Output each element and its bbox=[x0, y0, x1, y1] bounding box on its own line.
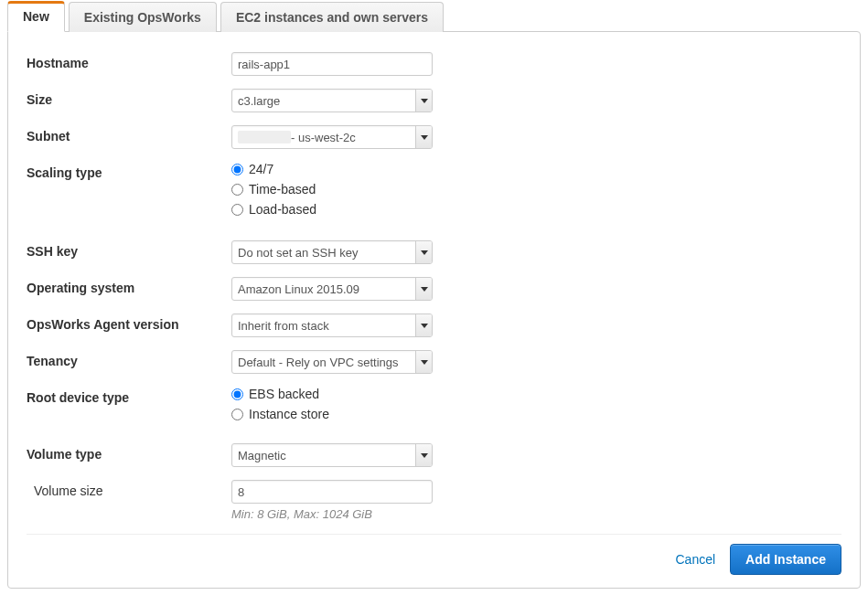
agent-value: Inherit from stack bbox=[232, 314, 415, 336]
scaling-247-radio[interactable] bbox=[231, 164, 243, 175]
actions-bar: Cancel Add Instance bbox=[27, 544, 841, 575]
root-instance-store-label: Instance store bbox=[249, 407, 329, 421]
subnet-label: Subnet bbox=[27, 125, 231, 143]
root-instance-store-radio[interactable] bbox=[231, 409, 243, 420]
scaling-type-label: Scaling type bbox=[27, 162, 231, 180]
volume-type-label: Volume type bbox=[27, 443, 231, 462]
scaling-247-label: 24/7 bbox=[249, 162, 273, 176]
size-value: c3.large bbox=[232, 90, 415, 112]
separator bbox=[27, 534, 841, 535]
root-device-label: Root device type bbox=[27, 387, 231, 405]
size-select[interactable]: c3.large bbox=[231, 89, 433, 112]
tab-ec2-own-servers[interactable]: EC2 instances and own servers bbox=[220, 2, 444, 32]
chevron-down-icon bbox=[415, 314, 432, 336]
size-label: Size bbox=[27, 89, 231, 107]
scaling-time-label: Time-based bbox=[249, 182, 316, 197]
volume-type-select[interactable]: Magnetic bbox=[231, 443, 433, 467]
chevron-down-icon bbox=[415, 444, 432, 466]
scaling-time-radio[interactable] bbox=[231, 184, 243, 196]
root-ebs-label: EBS backed bbox=[249, 387, 319, 401]
scaling-load-radio[interactable] bbox=[231, 204, 243, 216]
root-ebs-radio[interactable] bbox=[231, 388, 243, 400]
hostname-label: Hostname bbox=[27, 52, 231, 70]
tenancy-label: Tenancy bbox=[27, 350, 231, 368]
volume-type-value: Magnetic bbox=[232, 444, 415, 466]
scaling-load-label: Load-based bbox=[249, 202, 316, 217]
chevron-down-icon bbox=[415, 241, 432, 263]
chevron-down-icon bbox=[415, 278, 432, 300]
volume-size-input[interactable] bbox=[231, 480, 433, 504]
os-label: Operating system bbox=[27, 277, 231, 295]
form-panel: Hostname Size c3.large Subnet - us-west-… bbox=[7, 31, 861, 589]
volume-size-label: Volume size bbox=[27, 480, 231, 498]
tenancy-value: Default - Rely on VPC settings bbox=[232, 351, 415, 373]
volume-size-hint: Min: 8 GiB, Max: 1024 GiB bbox=[231, 507, 841, 521]
tab-existing-opsworks[interactable]: Existing OpsWorks bbox=[69, 2, 217, 32]
tabs: New Existing OpsWorks EC2 instances and … bbox=[7, 0, 861, 31]
hostname-input[interactable] bbox=[231, 52, 433, 76]
ssh-key-label: SSH key bbox=[27, 240, 231, 259]
subnet-value: - us-west-2c bbox=[232, 126, 415, 148]
agent-select[interactable]: Inherit from stack bbox=[231, 313, 433, 337]
add-instance-button[interactable]: Add Instance bbox=[730, 544, 841, 575]
cancel-link[interactable]: Cancel bbox=[676, 552, 716, 567]
agent-label: OpsWorks Agent version bbox=[27, 313, 231, 332]
os-value: Amazon Linux 2015.09 bbox=[232, 278, 415, 300]
chevron-down-icon bbox=[415, 351, 432, 373]
os-select[interactable]: Amazon Linux 2015.09 bbox=[231, 277, 433, 301]
chevron-down-icon bbox=[415, 90, 432, 112]
ssh-key-select[interactable]: Do not set an SSH key bbox=[231, 240, 433, 264]
subnet-select[interactable]: - us-west-2c bbox=[231, 125, 433, 149]
tenancy-select[interactable]: Default - Rely on VPC settings bbox=[231, 350, 433, 374]
ssh-key-value: Do not set an SSH key bbox=[232, 241, 415, 263]
chevron-down-icon bbox=[415, 126, 432, 148]
tab-new[interactable]: New bbox=[7, 1, 65, 32]
